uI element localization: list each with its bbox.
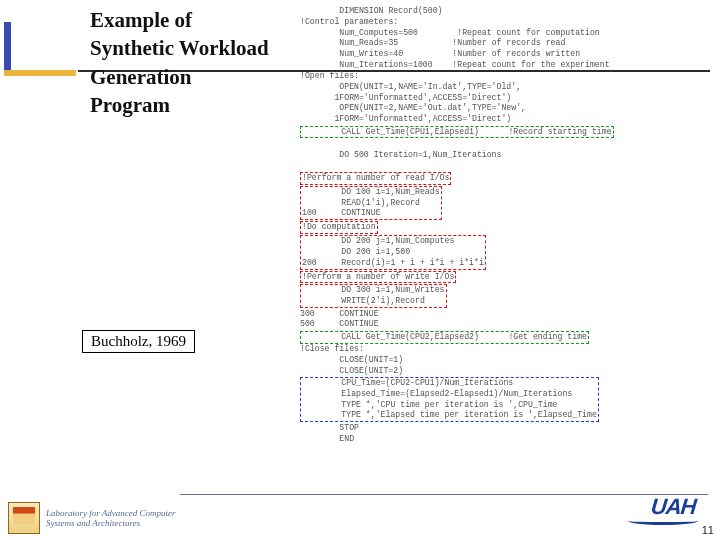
- code-line: 100 CONTINUE: [302, 208, 381, 217]
- highlight-read-io-comment: !Perform a number of read I/Os: [300, 172, 451, 185]
- code-comment: !Repeat count for computation: [457, 28, 600, 37]
- code-line: STOP: [300, 423, 359, 432]
- highlight-read-io-block: DO 100 i=1,Num_Reads READ(1'i),Record 10…: [300, 186, 442, 220]
- code-line: CPU_Time=(CPU2-CPU1)/Num_Iterations: [302, 378, 513, 387]
- highlight-write-io-comment: !Perform a number of write I/Os: [300, 271, 456, 284]
- highlight-compute-comment: !Do computation: [300, 221, 378, 234]
- code-line: TYPE *,'Elapsed time per iteration is ',…: [302, 410, 597, 419]
- code-line: Num_Computes=500: [300, 28, 418, 37]
- code-comment: !Number of records read: [452, 38, 565, 47]
- code-line: !Perform a number of read I/Os: [302, 173, 449, 182]
- code-line: TYPE *,'CPU time per iteration is ',CPU_…: [302, 400, 558, 409]
- code-line: READ(1'i),Record: [302, 198, 420, 207]
- lab-line2: Systems and Architectures: [46, 518, 140, 528]
- lab-logo-icon: [8, 502, 40, 534]
- code-line: !Perform a number of write I/Os: [302, 272, 454, 281]
- code-line: OPEN(UNIT=2,NAME='Out.dat',TYPE='New',: [300, 103, 526, 112]
- lab-block: Laboratory for Advanced Computer Systems…: [8, 502, 176, 534]
- code-line: !Open files:: [300, 71, 359, 80]
- code-line: 300 CONTINUE: [300, 309, 379, 318]
- code-line: 1FORM='Unformatted',ACCESS='Direct'): [300, 93, 511, 102]
- slide-title: Example of Synthetic Workload Generation…: [90, 6, 270, 119]
- code-line: Num_Writes=40: [300, 49, 403, 58]
- highlight-timing-end: CALL Get_Time(CPU2,Elapsed2) !Get ending…: [300, 331, 589, 344]
- code-line: 200 Record(i)=1 + i + i*i + i*i*i: [302, 258, 484, 267]
- code-line: Elapsed_Time=(Elapsed2-Elapsed1)/Num_Ite…: [302, 389, 572, 398]
- lab-text: Laboratory for Advanced Computer Systems…: [46, 508, 176, 529]
- footer-rule: [180, 494, 708, 495]
- slide: Example of Synthetic Workload Generation…: [0, 0, 720, 540]
- footer: Laboratory for Advanced Computer Systems…: [0, 492, 720, 540]
- uah-logo-text: UAH: [650, 494, 697, 520]
- highlight-compute-block: DO 200 j=1,Num_Computes DO 200 i=1,500 2…: [300, 235, 486, 269]
- code-comment: !Get ending time: [508, 332, 587, 341]
- code-line: OPEN(UNIT=1,NAME='In.dat',TYPE='Old',: [300, 82, 521, 91]
- code-line: Num_Iterations=1000: [300, 60, 433, 69]
- code-line: DO 100 i=1,Num_Reads: [302, 187, 440, 196]
- code-line: CALL Get_Time(CPU1,Elapsed1): [302, 127, 479, 136]
- code-line: !Control parameters:: [300, 17, 398, 26]
- code-line: WRITE(2'i),Record: [302, 296, 425, 305]
- lab-line1: Laboratory for Advanced Computer: [46, 508, 176, 518]
- title-block: Example of Synthetic Workload Generation…: [90, 6, 270, 119]
- code-line: END: [300, 434, 354, 443]
- code-line: Num_Reads=35: [300, 38, 398, 47]
- citation-text: Buchholz, 1969: [91, 333, 186, 349]
- code-line: 500 CONTINUE: [300, 319, 379, 328]
- page-number: 11: [702, 524, 714, 536]
- highlight-timing-start: CALL Get_Time(CPU1,Elapsed1) !Record sta…: [300, 126, 614, 139]
- code-comment: !Number of records written: [452, 49, 580, 58]
- code-line: DO 200 i=1,500: [302, 247, 410, 256]
- code-line: !Close files:: [300, 344, 364, 353]
- code-line: CLOSE(UNIT=2): [300, 366, 403, 375]
- highlight-results-block: CPU_Time=(CPU2-CPU1)/Num_Iterations Elap…: [300, 377, 599, 422]
- fortran-code-listing: DIMENSION Record(500) !Control parameter…: [300, 6, 712, 444]
- code-line: CLOSE(UNIT=1): [300, 355, 403, 364]
- title-accent-graphic: [4, 60, 76, 78]
- code-line: CALL Get_Time(CPU2,Elapsed2): [302, 332, 479, 341]
- code-line: DO 200 j=1,Num_Computes: [302, 236, 454, 245]
- citation-box: Buchholz, 1969: [82, 330, 195, 353]
- code-line: DO 300 i=1,Num_Writes: [302, 285, 445, 294]
- highlight-write-io-block: DO 300 i=1,Num_Writes WRITE(2'i),Record: [300, 284, 447, 308]
- code-comment: !Record starting time: [508, 127, 611, 136]
- code-comment: !Repeat count for the experiment: [452, 60, 609, 69]
- code-line: DIMENSION Record(500): [300, 6, 443, 15]
- code-line: !Do computation: [302, 222, 376, 231]
- code-line: 1FORM='Unformatted',ACCESS='Direct'): [300, 114, 511, 123]
- code-line: DO 500 Iteration=1,Num_Iterations: [300, 150, 501, 159]
